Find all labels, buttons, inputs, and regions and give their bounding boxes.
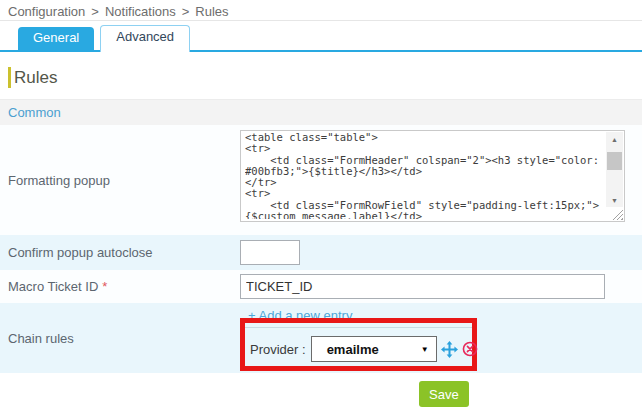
form-row-chain-rules: Chain rules + Add a new entry Provider :… — [0, 303, 642, 373]
chevron-down-icon: ▼ — [421, 345, 436, 354]
chain-rules-label: Chain rules — [0, 303, 240, 373]
formatting-popup-label: Formatting popup — [0, 125, 240, 235]
breadcrumb-item-configuration[interactable]: Configuration — [8, 4, 85, 19]
scroll-down-icon[interactable]: ▼ — [606, 193, 623, 207]
provider-select-value: emailme — [312, 342, 379, 357]
provider-label: Provider : — [250, 342, 306, 357]
form-row-macro-ticket-id: Macro Ticket ID * — [0, 270, 642, 303]
tab-bar: General Advanced — [0, 28, 642, 52]
form-row-confirm-popup-autoclose: Confirm popup autoclose — [0, 235, 642, 270]
confirm-popup-autoclose-input[interactable] — [240, 240, 300, 265]
form-row-formatting-popup: Formatting popup <table class="table"> <… — [0, 125, 642, 235]
tab-advanced[interactable]: Advanced — [100, 25, 190, 52]
provider-select[interactable]: emailme ▼ — [311, 336, 437, 362]
breadcrumb-separator: > — [182, 4, 190, 19]
delete-icon[interactable] — [462, 341, 478, 357]
breadcrumb-separator: > — [91, 4, 99, 19]
page-title: Rules — [8, 67, 57, 88]
breadcrumb-item-notifications[interactable]: Notifications — [105, 4, 176, 19]
formatting-popup-code-editor[interactable]: <table class="table"> <tr> <td class="Fo… — [240, 130, 625, 222]
confirm-popup-autoclose-label: Confirm popup autoclose — [0, 235, 240, 270]
scroll-up-icon[interactable]: ▲ — [606, 132, 623, 146]
scrollbar-thumb[interactable] — [607, 152, 622, 170]
code-text[interactable]: <table class="table"> <tr> <td class="Fo… — [245, 132, 603, 219]
section-header-common: Common — [0, 99, 642, 125]
section-title: Common — [8, 105, 61, 120]
macro-ticket-id-input[interactable] — [240, 274, 605, 299]
macro-ticket-id-label: Macro Ticket ID * — [0, 270, 240, 303]
breadcrumb: Configuration>Notifications>Rules — [0, 0, 642, 21]
required-asterisk: * — [102, 279, 107, 294]
chain-rule-entry: Provider : emailme ▼ — [245, 327, 472, 362]
resize-grip-icon[interactable] — [612, 209, 623, 220]
breadcrumb-item-rules[interactable]: Rules — [195, 4, 228, 19]
code-scrollbar[interactable]: ▲ ▼ — [606, 132, 623, 207]
move-icon[interactable] — [441, 341, 458, 358]
tab-general[interactable]: General — [18, 27, 94, 50]
save-button[interactable]: Save — [419, 381, 469, 407]
highlight-box: Provider : emailme ▼ — [240, 318, 477, 371]
